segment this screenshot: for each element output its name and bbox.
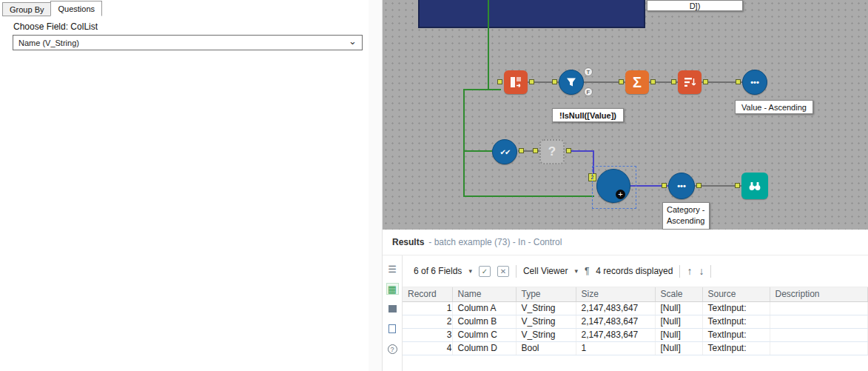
help-glyph-icon: ? bbox=[388, 344, 397, 354]
cell-type[interactable]: Bool bbox=[516, 341, 576, 355]
results-header: Results - batch example (73) - In - Cont… bbox=[383, 230, 868, 255]
table-row: 2 Coulmn B V_String 2,147,483,647 [Null]… bbox=[403, 315, 868, 328]
cell-size[interactable]: 2,147,483,647 bbox=[576, 301, 655, 315]
control-container[interactable] bbox=[418, 0, 645, 28]
alteryx-designer-window: Group By Questions Choose Field: ColList… bbox=[0, 0, 868, 371]
cell-name[interactable]: Coulmn C bbox=[452, 328, 516, 341]
sort-value-annotation[interactable]: Value - Ascending bbox=[735, 100, 813, 114]
toolbar-separator bbox=[679, 265, 680, 278]
cell-type[interactable]: V_String bbox=[516, 301, 576, 315]
input-anchor bbox=[671, 79, 676, 84]
results-preview-view-icon[interactable] bbox=[386, 303, 399, 315]
cell-name[interactable]: Column A bbox=[452, 301, 516, 315]
whitespace-toggle-icon[interactable]: ¶ bbox=[585, 266, 589, 276]
cell-description[interactable] bbox=[770, 301, 868, 315]
unknown-macro-tool-icon[interactable]: ? bbox=[539, 139, 565, 164]
transpose-glyph-icon bbox=[509, 76, 522, 89]
cell-scale[interactable]: [Null] bbox=[655, 301, 702, 315]
cell-name[interactable]: Column D bbox=[452, 341, 516, 355]
cell-description[interactable] bbox=[770, 315, 868, 328]
field-dropdown[interactable]: Name (V_String) ⌄ bbox=[13, 35, 363, 50]
cell-type[interactable]: V_String bbox=[516, 328, 576, 341]
table-header-row: Record Name Type Size Scale Source Descr… bbox=[403, 287, 868, 301]
dots-glyph-icon: ••• bbox=[750, 78, 759, 87]
cell-source[interactable]: TextInput: bbox=[702, 328, 770, 341]
sort-value-tool-icon[interactable]: ••• bbox=[742, 70, 767, 95]
column-header[interactable]: Name bbox=[452, 287, 516, 301]
cell-record[interactable]: 1 bbox=[403, 301, 452, 315]
column-header[interactable]: Source bbox=[702, 287, 770, 301]
column-header[interactable]: Size bbox=[576, 287, 655, 301]
filter-tool-icon[interactable] bbox=[559, 70, 584, 95]
cell-record[interactable]: 3 bbox=[403, 328, 452, 341]
results-metadata-view-icon[interactable]: ▦ bbox=[386, 283, 399, 295]
cell-scale[interactable]: [Null] bbox=[655, 341, 702, 355]
cell-description[interactable] bbox=[770, 341, 868, 355]
connection-line[interactable] bbox=[463, 150, 492, 152]
filter-false-anchor: F bbox=[584, 87, 593, 96]
cell-viewer-dropdown[interactable]: Cell Viewer bbox=[523, 266, 568, 276]
results-list-view-icon[interactable]: ☰ bbox=[386, 263, 399, 275]
panel-splitter[interactable] bbox=[369, 0, 383, 371]
connection-line[interactable] bbox=[463, 89, 465, 197]
output-anchor bbox=[566, 148, 571, 153]
scroll-down-icon[interactable]: ↓ bbox=[699, 265, 704, 277]
unique-tool-icon[interactable]: ✔✔ bbox=[492, 139, 517, 164]
column-header[interactable]: Record bbox=[403, 287, 452, 301]
cell-scale[interactable]: [Null] bbox=[655, 315, 702, 328]
cell-type[interactable]: V_String bbox=[516, 315, 576, 328]
output-anchor bbox=[650, 79, 656, 84]
config-tab-bar: Group By Questions bbox=[2, 1, 101, 16]
toolbar-separator bbox=[710, 265, 711, 278]
sort-category-tool-icon[interactable]: ••• bbox=[668, 173, 695, 199]
filter-annotation[interactable]: !IsNull([Value]) bbox=[552, 108, 624, 122]
results-report-view-icon[interactable] bbox=[386, 323, 399, 335]
cell-source[interactable]: TextInput: bbox=[702, 301, 770, 315]
results-subtitle: - batch example (73) - In - Control bbox=[428, 237, 562, 247]
sort-category-annotation[interactable]: Category - Ascending bbox=[662, 202, 710, 230]
connection-line[interactable] bbox=[488, 0, 489, 90]
field-dropdown-value: Name (V_String) bbox=[18, 39, 79, 47]
output-anchor bbox=[529, 79, 534, 84]
container-annotation[interactable]: D]) bbox=[647, 0, 743, 11]
transpose-tool-icon[interactable] bbox=[504, 70, 528, 94]
tab-group-by[interactable]: Group By bbox=[2, 2, 51, 16]
cell-record[interactable]: 4 bbox=[403, 341, 452, 355]
double-check-glyph-icon: ✔✔ bbox=[500, 148, 510, 156]
sort-glyph-icon bbox=[683, 76, 696, 89]
cell-source[interactable]: TextInput: bbox=[702, 315, 770, 328]
connection-line[interactable] bbox=[463, 89, 501, 90]
caret-down-icon[interactable]: ▾ bbox=[468, 267, 472, 275]
input-anchor bbox=[736, 79, 741, 84]
workflow-canvas[interactable]: D]) 2 T F bbox=[383, 0, 868, 230]
cell-record[interactable]: 2 bbox=[403, 315, 452, 328]
results-help-icon[interactable]: ? bbox=[386, 343, 399, 355]
caret-down-icon[interactable]: ▾ bbox=[574, 267, 578, 275]
summarize-tool-icon[interactable]: Σ bbox=[625, 70, 649, 94]
funnel-glyph-icon bbox=[565, 76, 577, 88]
cell-description[interactable] bbox=[770, 328, 868, 341]
cell-size[interactable]: 2,147,483,647 bbox=[576, 315, 655, 328]
cell-name[interactable]: Coulmn B bbox=[452, 315, 516, 328]
cell-scale[interactable]: [Null] bbox=[655, 328, 702, 341]
results-panel: Results - batch example (73) - In - Cont… bbox=[383, 230, 868, 371]
fields-dropdown[interactable]: 6 of 6 Fields bbox=[414, 266, 462, 276]
output-anchor bbox=[519, 148, 524, 153]
cell-source[interactable]: TextInput: bbox=[702, 341, 770, 355]
deselect-fields-icon[interactable]: ✕ bbox=[497, 266, 509, 277]
cell-size[interactable]: 2,147,483,647 bbox=[576, 328, 655, 341]
column-header[interactable]: Scale bbox=[655, 287, 702, 301]
input-anchor bbox=[619, 79, 624, 84]
table-row: 4 Column D Bool 1 [Null] TextInput: bbox=[403, 341, 868, 355]
select-fields-icon[interactable]: ✓ bbox=[479, 266, 491, 277]
column-header[interactable]: Type bbox=[516, 287, 576, 301]
cell-size[interactable]: 1 bbox=[576, 341, 655, 355]
annotation-line: Ascending bbox=[667, 215, 704, 227]
column-header[interactable]: Description bbox=[770, 287, 868, 301]
sort-tool-icon[interactable] bbox=[678, 70, 702, 94]
input-anchor bbox=[533, 148, 538, 153]
tab-questions[interactable]: Questions bbox=[50, 1, 102, 16]
scroll-up-icon[interactable]: ↑ bbox=[687, 265, 692, 277]
browse-tool-icon[interactable] bbox=[741, 173, 768, 199]
connection-line[interactable] bbox=[463, 195, 594, 197]
